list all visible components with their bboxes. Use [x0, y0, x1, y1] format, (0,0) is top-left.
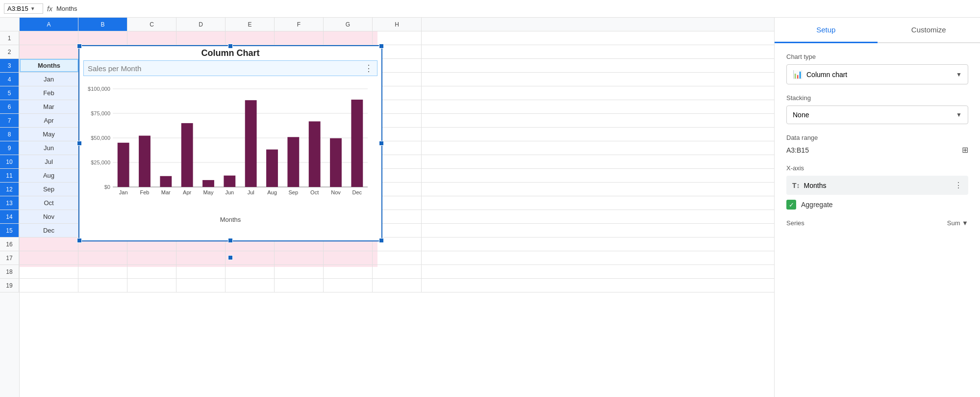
handle-top-left[interactable] [77, 44, 82, 49]
handle-middle-right[interactable] [379, 141, 384, 146]
cell-a6[interactable]: Mar [20, 100, 78, 113]
cell-b18[interactable] [78, 265, 127, 278]
col-header-g[interactable]: G [324, 18, 373, 31]
cell-a16[interactable] [20, 238, 78, 251]
cell-a14[interactable]: Nov [20, 210, 78, 223]
cell-ref-dropdown[interactable]: ▼ [30, 6, 35, 11]
cell-g17[interactable] [324, 251, 373, 265]
row-num-15[interactable]: 15 [0, 224, 19, 238]
handle-bottom-left[interactable] [77, 238, 82, 243]
chart-container[interactable]: Column Chart Sales per Month ⋮ [78, 45, 382, 241]
cell-b1[interactable] [78, 31, 127, 45]
row-num-1[interactable]: 1 [0, 31, 19, 45]
cell-f17[interactable] [275, 251, 324, 265]
cell-a8[interactable]: May [20, 128, 78, 141]
cell-a17[interactable] [20, 251, 78, 265]
cell-c19[interactable] [127, 279, 176, 292]
row-num-10[interactable]: 10 [0, 155, 19, 169]
cell-a7[interactable]: Apr [20, 114, 78, 127]
series-sum[interactable]: Sum ▼ [947, 219, 968, 227]
handle-extra[interactable] [228, 255, 233, 260]
row-num-9[interactable]: 9 [0, 141, 19, 155]
chart-subtitle-bar[interactable]: Sales per Month ⋮ [83, 60, 377, 76]
row-num-7[interactable]: 7 [0, 114, 19, 128]
svg-text:Mar: Mar [161, 189, 171, 195]
chart-type-value: Column chart [806, 71, 847, 79]
cell-h17[interactable] [373, 251, 422, 265]
cell-g19[interactable] [324, 279, 373, 292]
cell-c17[interactable] [127, 251, 176, 265]
cell-f1[interactable] [275, 31, 324, 45]
cell-b17[interactable] [78, 251, 127, 265]
row-num-2[interactable]: 2 [0, 45, 19, 59]
cell-d17[interactable] [176, 251, 226, 265]
tab-customize[interactable]: Customize [878, 18, 980, 42]
cell-a2[interactable] [20, 45, 78, 58]
row-num-18[interactable]: 18 [0, 265, 19, 279]
x-axis-dots[interactable]: ⋮ [955, 181, 962, 190]
cell-c1[interactable] [127, 31, 176, 45]
cell-h18[interactable] [373, 265, 422, 278]
cell-g18[interactable] [324, 265, 373, 278]
col-header-h[interactable]: H [373, 18, 422, 31]
row-num-14[interactable]: 14 [0, 210, 19, 224]
row-num-6[interactable]: 6 [0, 100, 19, 114]
grid-select-icon[interactable]: ⊞ [962, 145, 968, 155]
handle-bottom-center[interactable] [228, 238, 233, 243]
handle-top-right[interactable] [379, 44, 384, 49]
cell-c18[interactable] [127, 265, 176, 278]
col-header-d[interactable]: D [176, 18, 226, 31]
cell-a19[interactable] [20, 279, 78, 292]
tab-setup[interactable]: Setup [775, 18, 878, 43]
row-num-19[interactable]: 19 [0, 279, 19, 292]
cell-a12[interactable]: Sep [20, 183, 78, 196]
chart-subtitle-dots[interactable]: ⋮ [364, 63, 373, 74]
cell-b19[interactable] [78, 279, 127, 292]
row-num-13[interactable]: 13 [0, 196, 19, 210]
cell-a15[interactable]: Dec [20, 224, 78, 237]
row-num-3[interactable]: 3 [0, 59, 19, 73]
cell-d19[interactable] [176, 279, 226, 292]
cell-f18[interactable] [275, 265, 324, 278]
cell-e18[interactable] [226, 265, 275, 278]
cell-a5[interactable]: Feb [20, 86, 78, 100]
svg-text:Jun: Jun [225, 189, 234, 195]
row-num-4[interactable]: 4 [0, 73, 19, 86]
cell-a10[interactable]: Jul [20, 155, 78, 168]
row-num-8[interactable]: 8 [0, 128, 19, 141]
chart-type-dropdown[interactable]: 📊 Column chart ▼ [786, 64, 968, 84]
col-header-f[interactable]: F [275, 18, 324, 31]
aggregate-checkbox[interactable]: ✓ [786, 200, 796, 210]
cell-a18[interactable] [20, 265, 78, 278]
handle-bottom-right[interactable] [379, 238, 384, 243]
cell-a9[interactable]: Jun [20, 141, 78, 155]
col-header-a[interactable]: A [20, 18, 78, 31]
x-axis-item[interactable]: T↕ Months ⋮ [786, 176, 968, 195]
cell-a11[interactable]: Aug [20, 169, 78, 182]
cell-d18[interactable] [176, 265, 226, 278]
cell-a1[interactable] [20, 31, 78, 45]
row-num-12[interactable]: 12 [0, 183, 19, 196]
cell-d1[interactable] [176, 31, 226, 45]
stacking-dropdown[interactable]: None ▼ [786, 106, 968, 124]
cell-a13[interactable]: Oct [20, 196, 78, 210]
col-header-c[interactable]: C [127, 18, 176, 31]
cell-e1[interactable] [226, 31, 275, 45]
cell-a3-months[interactable]: Months [20, 59, 78, 72]
row-num-5[interactable]: 5 [0, 86, 19, 100]
col-header-e[interactable]: E [226, 18, 275, 31]
cell-f19[interactable] [275, 279, 324, 292]
col-header-b[interactable]: B [78, 18, 127, 31]
row-num-16[interactable]: 16 [0, 238, 19, 251]
row-num-11[interactable]: 11 [0, 169, 19, 183]
row-num-17[interactable]: 17 [0, 251, 19, 265]
handle-middle-left[interactable] [77, 141, 82, 146]
cell-e19[interactable] [226, 279, 275, 292]
cell-g1[interactable] [324, 31, 373, 45]
cell-h19[interactable] [373, 279, 422, 292]
cell-a4[interactable]: Jan [20, 73, 78, 86]
cell-reference[interactable]: A3:B15 ▼ [4, 3, 43, 14]
cell-e17[interactable] [226, 251, 275, 265]
cell-h1[interactable] [373, 31, 422, 45]
handle-top-center[interactable] [228, 44, 233, 49]
